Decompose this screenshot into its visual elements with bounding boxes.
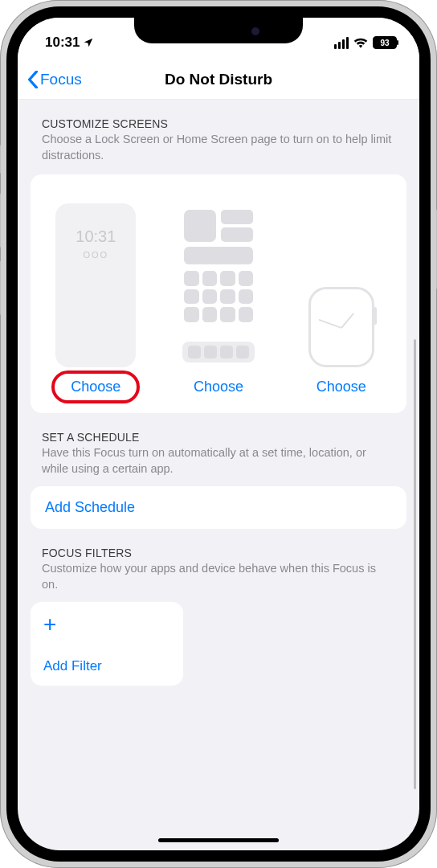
back-button[interactable]: Focus — [27, 71, 82, 88]
filters-title: FOCUS FILTERS — [42, 547, 395, 559]
app-icon — [202, 289, 218, 305]
schedule-desc: Have this Focus turn on automatically at… — [42, 445, 395, 477]
lock-screen-widgets-icon: OOO — [55, 250, 136, 260]
add-schedule-button[interactable]: Add Schedule — [31, 486, 406, 529]
app-icon — [239, 289, 254, 305]
choose-label: Choose — [317, 379, 366, 395]
status-time: 10:31 — [45, 35, 80, 51]
add-filter-label: Add Filter — [43, 658, 170, 674]
choose-lock-screen-button[interactable]: Choose — [51, 371, 140, 403]
cellular-icon — [334, 37, 349, 49]
lock-screen-time: 10:31 — [55, 227, 136, 246]
app-icon — [220, 307, 235, 322]
app-icon — [239, 271, 254, 286]
volume-up-button — [0, 193, 1, 248]
add-schedule-label: Add Schedule — [45, 499, 135, 515]
widget-icon — [184, 247, 253, 264]
lock-screen-preview[interactable]: 10:31 OOO — [55, 203, 136, 367]
back-label: Focus — [40, 71, 82, 88]
device-bezel: 10:31 93 Focus — [6, 6, 431, 862]
widget-icon — [221, 227, 253, 242]
customize-desc: Choose a Lock Screen or Home Screen page… — [42, 132, 395, 163]
content[interactable]: CUSTOMIZE SCREENS Choose a Lock Screen o… — [18, 100, 419, 850]
watch-face-icon — [308, 287, 374, 367]
choose-home-screen-button[interactable]: Choose — [194, 379, 243, 395]
battery-level: 93 — [380, 39, 389, 47]
customize-title: CUSTOMIZE SCREENS — [42, 117, 395, 130]
watch-preview[interactable] — [308, 203, 374, 367]
schedule-header: SET A SCHEDULE Have this Focus turn on a… — [31, 413, 406, 481]
app-icon — [202, 271, 218, 286]
plus-icon: + — [43, 613, 170, 636]
widget-icon — [184, 210, 216, 242]
chevron-left-icon — [27, 71, 39, 88]
app-icon — [184, 307, 199, 322]
choose-label: Choose — [194, 379, 243, 395]
location-icon — [83, 37, 94, 48]
add-filter-button[interactable]: + Add Filter — [31, 602, 183, 686]
volume-down-button — [0, 260, 1, 315]
app-icon — [220, 289, 235, 305]
app-icon — [220, 271, 235, 286]
scrollbar[interactable] — [414, 339, 416, 789]
filters-header: FOCUS FILTERS Customize how your apps an… — [31, 529, 406, 597]
customize-header: CUSTOMIZE SCREENS Choose a Lock Screen o… — [31, 100, 406, 168]
app-icon — [239, 307, 254, 322]
watch-column: Choose — [284, 203, 398, 395]
customize-screens-card: 10:31 OOO Choose — [31, 174, 406, 413]
app-icon — [202, 307, 218, 322]
app-icon — [184, 271, 199, 286]
page-title: Do Not Disturb — [165, 71, 272, 88]
home-screen-preview[interactable] — [178, 203, 259, 367]
schedule-title: SET A SCHEDULE — [42, 431, 395, 444]
lock-screen-column: 10:31 OOO Choose — [39, 203, 153, 395]
widget-icon — [221, 210, 253, 224]
home-indicator[interactable] — [158, 838, 279, 842]
device-frame: 10:31 93 Focus — [0, 0, 437, 868]
notch — [134, 18, 303, 43]
app-icon — [184, 289, 199, 305]
home-screen-column: Choose — [161, 203, 276, 395]
dock-icon — [182, 342, 255, 362]
choose-label: Choose — [71, 379, 120, 395]
battery-icon: 93 — [373, 36, 397, 49]
filters-desc: Customize how your apps and device behav… — [42, 561, 395, 592]
wifi-icon — [353, 37, 368, 48]
choose-watch-button[interactable]: Choose — [317, 379, 366, 395]
screen: 10:31 93 Focus — [18, 18, 419, 850]
mute-switch — [0, 145, 1, 174]
nav-bar: Focus Do Not Disturb — [18, 59, 419, 100]
